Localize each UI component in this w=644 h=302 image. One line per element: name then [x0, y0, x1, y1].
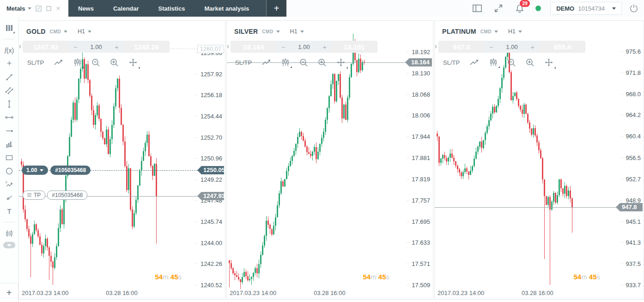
- candle: [288, 166, 289, 171]
- fx-indicators-icon[interactable]: f(x): [3, 43, 16, 57]
- candle: [301, 132, 302, 136]
- fullscreen-icon[interactable]: [493, 3, 504, 14]
- vertical-line-icon[interactable]: [3, 97, 16, 111]
- candlestick-mode-icon[interactable]: [73, 58, 82, 67]
- collapse-trade-widget-handle[interactable]: ‹: [227, 42, 229, 50]
- line-chart-mode-icon[interactable]: [469, 59, 480, 66]
- trendline-icon[interactable]: [3, 70, 16, 84]
- sltp-label[interactable]: SL/TP: [443, 59, 460, 66]
- layout-icon[interactable]: [472, 3, 483, 14]
- add-tab-button[interactable]: +: [266, 0, 286, 17]
- sltp-label[interactable]: SL/TP: [27, 59, 44, 66]
- chevron-down-icon[interactable]: [300, 31, 304, 33]
- candle: [93, 110, 94, 124]
- tab-news[interactable]: News: [68, 0, 103, 17]
- volume-value[interactable]: 1.00: [298, 43, 310, 50]
- candle: [483, 140, 484, 148]
- candle: [97, 105, 98, 115]
- rectangle-icon[interactable]: [3, 151, 16, 164]
- chevron-down-icon[interactable]: [88, 31, 91, 33]
- collapse-trade-widget-handle[interactable]: ‹: [19, 42, 21, 50]
- buy-button[interactable]: 955.4: [539, 41, 585, 53]
- notifications-badge: 29: [520, 0, 530, 7]
- timeframe-selector[interactable]: H1: [290, 28, 298, 35]
- price-axis-tick: 964.2: [620, 111, 641, 118]
- tab-market-analysis[interactable]: Market analysis: [194, 0, 259, 17]
- zoom-out-icon[interactable]: [507, 58, 516, 67]
- take-profit-pill[interactable]: TP: [23, 191, 45, 200]
- zoom-in-icon[interactable]: [110, 58, 119, 67]
- candle: [444, 155, 445, 158]
- price-axis-tick: 945.1: [620, 218, 641, 225]
- sell-button[interactable]: 1247.93: [23, 41, 69, 53]
- pan-move-icon[interactable]: [336, 58, 346, 67]
- candlestick-mode-icon[interactable]: [489, 58, 498, 67]
- close-workspace-icon[interactable]: ×: [56, 5, 60, 12]
- candle: [135, 200, 137, 213]
- symbol-label[interactable]: SILVER: [234, 28, 258, 35]
- duplicate-workspace-icon[interactable]: [46, 6, 52, 12]
- volume-decrease-button[interactable]: −: [281, 43, 286, 51]
- volume-profile-icon[interactable]: [3, 137, 16, 151]
- parallel-channel-icon[interactable]: [3, 84, 16, 97]
- sltp-label[interactable]: SL/TP: [235, 59, 252, 66]
- candle: [479, 142, 480, 147]
- scroll-down-button[interactable]: [3, 242, 15, 248]
- pan-move-icon[interactable]: [128, 58, 138, 67]
- panels-icon[interactable]: [3, 21, 16, 35]
- tab-calendar[interactable]: Calendar: [103, 0, 149, 17]
- tab-statistics[interactable]: Statistics: [149, 0, 195, 17]
- pan-move-icon[interactable]: [544, 58, 553, 67]
- zoom-in-icon[interactable]: [526, 58, 535, 67]
- collapse-trade-widget-handle[interactable]: ‹: [435, 42, 437, 50]
- zoom-in-icon[interactable]: [318, 58, 327, 67]
- workspace-tab-metals[interactable]: Metals ×: [0, 0, 68, 17]
- symbol-label[interactable]: PLATINUM: [442, 28, 476, 35]
- add-instrument-button[interactable]: +: [0, 283, 18, 302]
- volume-increase-button[interactable]: +: [115, 43, 119, 51]
- volume-decrease-button[interactable]: −: [73, 43, 78, 51]
- logout-power-icon[interactable]: [628, 3, 639, 14]
- text-tool-icon[interactable]: T: [3, 204, 16, 218]
- notifications-bell-icon[interactable]: 29: [514, 3, 525, 14]
- line-chart-mode-icon[interactable]: [54, 59, 64, 66]
- chevron-down-icon[interactable]: [276, 31, 280, 33]
- sell-button[interactable]: 947.8: [438, 41, 485, 53]
- symbol-label[interactable]: GOLD: [26, 28, 46, 35]
- candle: [71, 120, 72, 137]
- volume-value[interactable]: 1.00: [506, 43, 517, 50]
- arrow-icon[interactable]: [3, 191, 16, 204]
- chevron-down-icon[interactable]: [494, 31, 498, 33]
- timeframe-selector[interactable]: H1: [508, 28, 516, 35]
- chevron-down-icon[interactable]: [612, 7, 616, 10]
- workspace-tab-label[interactable]: Metals: [6, 5, 25, 12]
- candle: [124, 142, 126, 166]
- volume-decrease-button[interactable]: −: [489, 43, 493, 51]
- chevron-down-icon[interactable]: [64, 31, 67, 33]
- ray-icon[interactable]: [3, 124, 16, 137]
- horizontal-segment-icon[interactable]: [3, 111, 16, 124]
- sidebar-divider: [4, 39, 15, 39]
- ellipse-icon[interactable]: [3, 164, 16, 178]
- chevron-down-icon[interactable]: [518, 31, 522, 33]
- add-indicator-icon[interactable]: +: [3, 57, 16, 70]
- buy-button[interactable]: 1248.26: [123, 41, 170, 53]
- sell-button[interactable]: 18.164: [231, 41, 277, 53]
- candlestick-mode-icon[interactable]: [281, 58, 290, 67]
- account-selector[interactable]: DEMO 10154734: [550, 2, 622, 15]
- fibonacci-icon[interactable]: F: [3, 178, 16, 191]
- timeframe-selector[interactable]: H1: [78, 28, 85, 35]
- volume-increase-button[interactable]: +: [322, 43, 327, 51]
- zoom-out-icon[interactable]: [299, 58, 308, 67]
- zoom-out-icon[interactable]: [91, 58, 100, 67]
- rename-workspace-icon[interactable]: [36, 6, 42, 12]
- current-price-tag: 1247.93: [197, 192, 224, 200]
- candle: [470, 171, 471, 175]
- line-chart-mode-icon[interactable]: [261, 59, 272, 66]
- position-volume-dropdown[interactable]: 1.00: [22, 166, 48, 175]
- compare-candles-icon[interactable]: [3, 227, 16, 240]
- volume-increase-button[interactable]: +: [530, 43, 535, 51]
- chevron-down-icon[interactable]: [28, 7, 31, 10]
- buy-button[interactable]: 18.191: [331, 41, 377, 53]
- volume-value[interactable]: 1.00: [90, 43, 102, 50]
